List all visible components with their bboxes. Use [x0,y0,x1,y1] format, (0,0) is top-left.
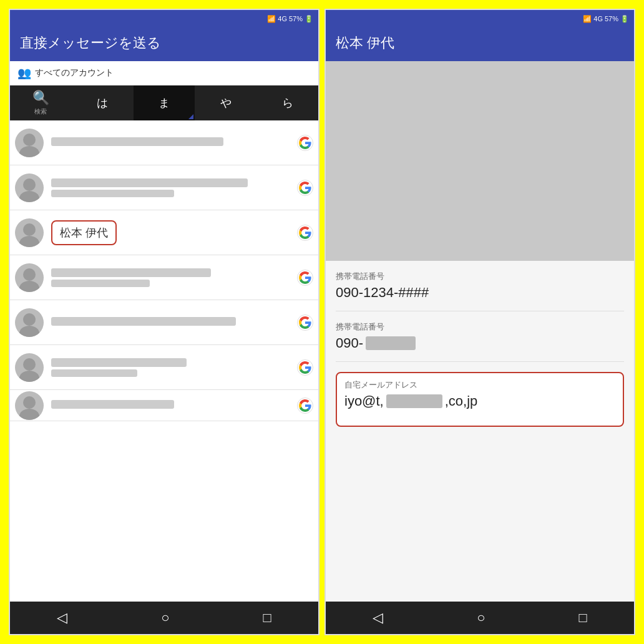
signal-text: 4G [593,15,603,22]
list-item[interactable] [10,165,318,210]
svg-point-10 [23,358,36,371]
avatar-silhouette [15,308,44,337]
avatar-silhouette [15,218,44,247]
recent-button[interactable]: □ [564,605,602,631]
list-item[interactable] [10,345,318,390]
tab-ra[interactable]: ら [256,85,318,120]
google-account-icon [297,315,313,331]
contact-info [51,358,297,377]
search-label: 検索 [34,107,47,116]
field-email-label: 自宅メールアドレス [344,379,615,391]
avatar [15,129,44,157]
avatar-silhouette [15,173,44,202]
contact-detail-info: 携帯電話番号 090-1234-#### 携帯電話番号 090- 自宅メールアド… [326,261,634,602]
field-email-box[interactable]: 自宅メールアドレス iyo@t, ,co,jp [336,372,624,427]
contact-info [51,268,297,287]
status-icons: 📶 4G 57% 🔋 [267,15,313,23]
battery-icon: 🔋 [305,15,313,23]
list-item[interactable] [10,390,318,421]
contact-name-blurred [51,268,211,277]
contact-name-blurred [51,317,236,326]
contact-name: 松本 伊代 [60,227,108,239]
field-mobile2-value[interactable]: 090- [336,335,624,351]
field-mobile2-blurred [366,336,416,350]
contact-name-blurred2 [51,190,174,197]
tab-ma[interactable]: ま [134,85,195,120]
svg-point-7 [19,281,39,292]
google-account-icon [297,180,313,196]
avatar [15,391,44,420]
svg-point-12 [23,396,36,409]
contact-info [51,178,297,197]
tab-ma-label: ま [159,95,170,110]
avatar-silhouette [15,391,44,420]
back-button[interactable]: ◁ [42,605,82,631]
signal-icon: 📶 [583,15,592,23]
contact-name-blurred [51,358,187,367]
tab-ra-label: ら [282,95,293,110]
avatar [15,218,44,247]
svg-point-0 [23,134,36,146]
account-filter-label: すべてのアカウント [35,67,114,79]
contact-detail-avatar-area [326,61,634,261]
list-item-highlighted[interactable]: 松本 伊代 [10,210,318,255]
contact-info [51,137,297,149]
field-email-value[interactable]: iyo@t, ,co,jp [344,393,615,409]
field-mobile1: 携帯電話番号 090-1234-#### [336,271,624,301]
google-account-icon [297,270,313,286]
search-icon: 🔍 [32,90,49,106]
signal-text: 4G [278,15,287,22]
right-status-bar: 📶 4G 57% 🔋 [326,10,634,27]
contact-info [51,317,297,328]
contact-name-blurred [51,178,248,187]
alphabet-tabs: 🔍 検索 は ま や ら [10,85,318,120]
avatar [15,263,44,292]
field-mobile1-label: 携帯電話番号 [336,271,624,282]
field-email-blurred [386,394,442,408]
contact-name-blurred2 [51,369,137,377]
right-bottom-nav: ◁ ○ □ [326,602,634,634]
home-button[interactable]: ○ [146,605,184,631]
svg-point-11 [19,371,39,382]
contact-name-blurred2 [51,280,150,287]
field-mobile1-value[interactable]: 090-1234-#### [336,285,624,301]
account-filter-bar[interactable]: 👥 すべてのアカウント [10,61,318,85]
tab-ha[interactable]: は [72,85,134,120]
list-item[interactable] [10,255,318,300]
list-item[interactable] [10,300,318,345]
google-account-icon [297,359,313,376]
svg-point-6 [23,268,36,281]
left-app-header: 直接メッセージを送る [10,27,318,61]
contact-info: 松本 伊代 [51,220,297,245]
svg-point-3 [19,191,39,202]
divider [336,361,624,362]
google-account-icon [297,225,313,241]
field-mobile2: 携帯電話番号 090- [336,321,624,351]
left-phone-panel: 📶 4G 57% 🔋 直接メッセージを送る 👥 すべてのアカウント 🔍 検索 は [9,9,320,635]
left-bottom-nav: ◁ ○ □ [10,602,318,634]
avatar [15,353,44,382]
battery-text: 57% [605,15,618,22]
contact-name-highlight-box: 松本 伊代 [51,220,117,245]
tab-search[interactable]: 🔍 検索 [10,85,72,120]
list-item[interactable] [10,120,318,165]
field-email-prefix: iyo@t, [344,393,384,409]
right-header-title: 松本 伊代 [336,35,394,51]
left-header-title: 直接メッセージを送る [20,35,161,51]
home-button[interactable]: ○ [462,605,500,631]
svg-point-8 [23,313,36,326]
google-account-icon [297,398,313,414]
google-account-icon [297,135,313,151]
avatar-silhouette [15,263,44,292]
field-email-suffix: ,co,jp [445,393,478,409]
tab-ya[interactable]: や [195,85,256,120]
field-mobile2-prefix: 090- [336,335,363,351]
back-button[interactable]: ◁ [358,605,398,631]
avatar-silhouette [15,353,44,382]
avatar-silhouette [15,129,44,157]
recent-button[interactable]: □ [248,605,286,631]
avatar [15,173,44,202]
status-icons: 📶 4G 57% 🔋 [583,15,629,23]
battery-text: 57% [289,15,303,22]
svg-point-2 [23,178,36,191]
